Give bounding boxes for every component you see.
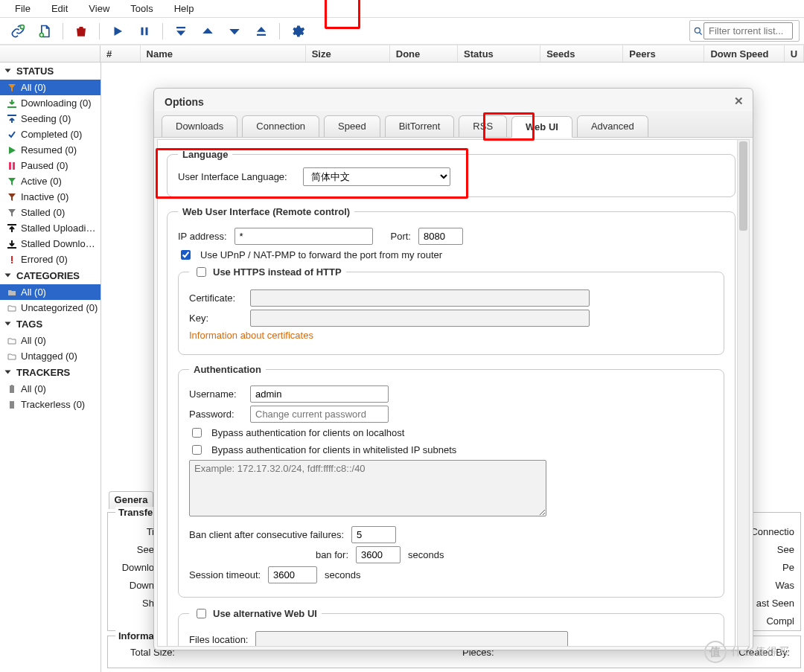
menu-file[interactable]: File <box>4 1 41 16</box>
sidebar-header-tags[interactable]: TAGS <box>0 316 100 333</box>
ip-input[interactable] <box>234 228 373 245</box>
fieldset-altui: Use alternative Web UI Files location: <box>178 607 724 647</box>
move-up-icon[interactable] <box>197 21 218 42</box>
svg-rect-2 <box>141 27 144 35</box>
svg-rect-5 <box>257 33 266 35</box>
sidebar-tag-all[interactable]: All (0) <box>0 333 100 348</box>
sidebar-item-errored[interactable]: Errored (0) <box>0 252 100 267</box>
col-num[interactable]: # <box>100 45 141 62</box>
svg-rect-9 <box>9 162 11 170</box>
search-box[interactable] <box>689 20 800 42</box>
svg-rect-14 <box>11 262 13 263</box>
username-input[interactable] <box>250 385 389 403</box>
col-size[interactable]: Size <box>306 45 390 62</box>
ban-label: Ban client after consecutive failures: <box>189 529 344 540</box>
col-seeds[interactable]: Seeds <box>540 45 623 62</box>
legend-https: Use HTTPS instead of HTTP <box>213 266 342 278</box>
sidebar-header-categories[interactable]: CATEGORIES <box>0 267 100 284</box>
sidebar-item-stalled-dl[interactable]: Stalled Downlo… <box>0 236 100 252</box>
banfor-input[interactable] <box>356 546 401 563</box>
search-input[interactable] <box>704 22 793 39</box>
sidebar-item-seeding[interactable]: Seeding (0) <box>0 111 100 127</box>
sidebar-header-trackers[interactable]: TRACKERS <box>0 364 100 381</box>
col-up[interactable]: U <box>785 45 804 62</box>
sidebar-item-stalled-up[interactable]: Stalled Uploadi… <box>0 220 100 236</box>
lbl-see: See <box>112 541 154 559</box>
svg-rect-3 <box>146 27 148 35</box>
sidebar-item-active[interactable]: Active (0) <box>0 173 100 189</box>
tag-open-icon <box>7 352 16 361</box>
download-icon <box>7 99 16 108</box>
svg-rect-13 <box>11 256 13 261</box>
whitelist-textarea[interactable] <box>189 460 546 516</box>
tab-connection[interactable]: Connection <box>242 115 319 137</box>
menu-edit[interactable]: Edit <box>41 1 78 16</box>
dialog-scrollbar[interactable] <box>737 140 749 646</box>
language-select[interactable]: 简体中文 <box>303 167 450 186</box>
port-input[interactable] <box>418 228 463 245</box>
key-input[interactable] <box>250 310 590 327</box>
sidebar-tag-untag[interactable]: Untagged (0) <box>0 348 100 364</box>
move-down-icon[interactable] <box>224 21 245 42</box>
menu-help[interactable]: Help <box>164 1 205 16</box>
play-icon[interactable] <box>107 21 128 42</box>
add-file-icon[interactable] <box>34 21 55 42</box>
pause-icon[interactable] <box>134 21 155 42</box>
bypass-local-checkbox[interactable] <box>192 428 202 438</box>
tag-icon <box>7 336 16 345</box>
cert-input[interactable] <box>250 289 590 307</box>
menu-view[interactable]: View <box>78 1 120 16</box>
files-loc-input[interactable] <box>255 631 568 647</box>
tab-advanced[interactable]: Advanced <box>577 115 648 137</box>
session-input[interactable] <box>268 566 317 583</box>
sidebar-item-stalled[interactable]: Stalled (0) <box>0 205 100 220</box>
col-down[interactable]: Down Speed <box>704 45 784 62</box>
tab-downloads[interactable]: Downloads <box>162 115 237 137</box>
svg-rect-11 <box>7 224 16 225</box>
menu-tools[interactable]: Tools <box>120 1 163 16</box>
ban-count-input[interactable] <box>351 526 396 543</box>
sidebar-trk-trackerless[interactable]: Trackerless (0) <box>0 397 100 412</box>
sidebar-item-paused[interactable]: Paused (0) <box>0 158 100 173</box>
panel-info-title: Informa <box>115 630 157 641</box>
cert-info-link[interactable]: Information about certificates <box>189 330 313 341</box>
svg-rect-12 <box>7 247 16 249</box>
sidebar-header-status[interactable]: STATUS <box>0 63 100 80</box>
close-icon[interactable]: ✕ <box>732 95 745 108</box>
col-status[interactable]: Status <box>458 45 540 62</box>
svg-rect-10 <box>13 162 15 170</box>
col-done[interactable]: Done <box>390 45 458 62</box>
tab-rss[interactable]: RSS <box>459 115 507 137</box>
move-top-icon[interactable] <box>170 21 191 42</box>
svg-rect-17 <box>10 401 14 409</box>
tab-bittorrent[interactable]: BitTorrent <box>385 115 455 137</box>
delete-icon[interactable] <box>71 21 92 42</box>
sidebar-item-resumed[interactable]: Resumed (0) <box>0 142 100 158</box>
tracker-off-icon <box>7 400 16 409</box>
add-link-icon[interactable] <box>7 21 28 42</box>
https-checkbox[interactable] <box>197 267 206 277</box>
check-icon <box>7 130 16 139</box>
sidebar-cat-uncat[interactable]: Uncategorized (0) <box>0 300 100 316</box>
lbl-sh: Sh <box>112 595 154 612</box>
sidebar-trk-all[interactable]: All (0) <box>0 381 100 397</box>
sidebar-item-inactive[interactable]: Inactive (0) <box>0 189 100 205</box>
banfor-label: ban for: <box>189 549 348 560</box>
move-bottom-icon[interactable] <box>251 21 272 42</box>
svg-point-6 <box>695 28 700 33</box>
col-peers[interactable]: Peers <box>623 45 704 62</box>
upnp-checkbox[interactable] <box>181 250 191 260</box>
menubar: File Edit View Tools Help <box>0 0 804 18</box>
bypass-white-checkbox[interactable] <box>192 445 202 455</box>
sidebar-item-all[interactable]: All (0) <box>0 80 100 95</box>
tab-speed[interactable]: Speed <box>324 115 380 137</box>
password-input[interactable] <box>250 406 389 423</box>
sidebar-item-completed[interactable]: Completed (0) <box>0 127 100 142</box>
sidebar-item-downloading[interactable]: Downloading (0) <box>0 95 100 111</box>
tab-webui[interactable]: Web UI <box>511 116 572 138</box>
sidebar-cat-all[interactable]: All (0) <box>0 284 100 300</box>
col-name[interactable]: Name <box>141 45 306 62</box>
altui-checkbox[interactable] <box>197 609 206 618</box>
legend-webui: Web User Interface (Remote control) <box>178 206 354 217</box>
preferences-icon[interactable] <box>287 21 308 42</box>
